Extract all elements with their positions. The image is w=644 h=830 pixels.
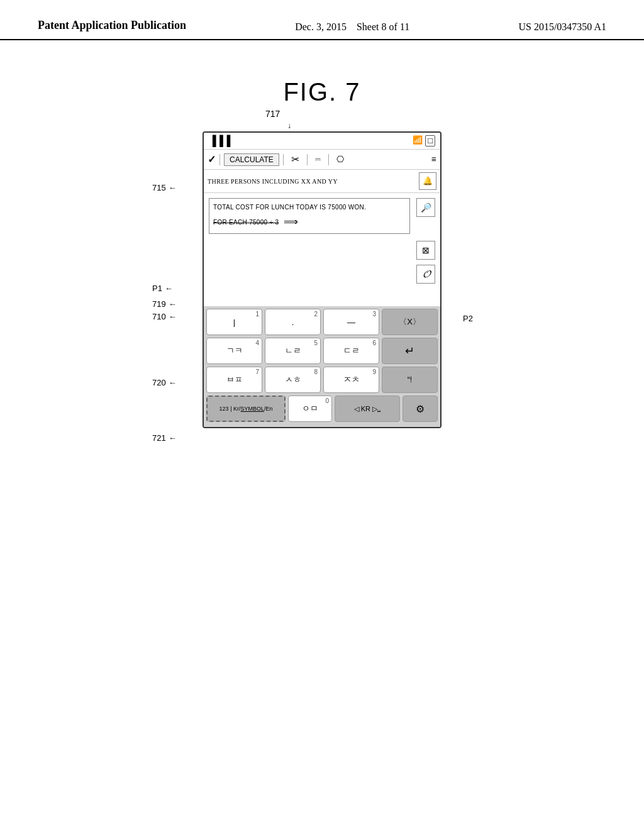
menu-button[interactable]: ≡ — [431, 155, 436, 165]
content-box: TOTAL COST FOR LUNCH TODAY IS 75000 WON.… — [209, 198, 410, 234]
edit-icon[interactable]: 𝓞 — [416, 265, 435, 284]
key-bp[interactable]: 7 ㅂㅍ — [206, 367, 262, 393]
key-zero[interactable]: 0 ㅇㅁ — [288, 396, 332, 422]
battery-icon: □ — [425, 135, 435, 147]
key-number-6: 6 — [372, 340, 376, 346]
publication-label: Patent Application Publication — [38, 19, 186, 32]
key-dot[interactable]: 2 . — [265, 309, 321, 335]
key-number-9: 9 — [372, 368, 376, 375]
paste-icon[interactable]: ⎔ — [333, 153, 348, 166]
phone-mockup: ▐▐▐ 📶 □ ✓ CALCULATE ✂ ⎓ ⎔ ≡ — [203, 131, 441, 428]
message-text: THREE PERSONS INCLUDING XX AND YY — [208, 178, 419, 185]
check-button[interactable]: ✓ — [208, 153, 216, 165]
arrow-icon: ⟹ — [284, 214, 298, 230]
key-backspace[interactable]: 〈X〉 — [382, 309, 438, 335]
keyboard-row-2: 4 ㄱㅋ 5 ㄴㄹ 6 ㄷㄹ ↵ — [206, 338, 438, 364]
signal-icon: ▐▐▐ — [209, 135, 230, 147]
key-kr-switch[interactable]: ◁ KR ▷␣ — [335, 396, 400, 422]
keyboard: 1 | 2 . 3 — 〈X〉 — [204, 306, 440, 427]
date: Dec. 3, 2015 — [295, 21, 347, 32]
label-p1: P1 ← — [152, 282, 173, 294]
diagram-area: 715 ← P1 ← 719 ← 710 ← 720 ← 721 ← 717 ↓ — [0, 131, 644, 428]
label-721: 721 ← — [152, 432, 177, 443]
scissors-icon[interactable]: ✂ — [287, 152, 303, 167]
key-number-5: 5 — [314, 340, 318, 346]
keyboard-row-4: 123 | Kr/SYMBOL /En 0 ㅇㅁ ◁ KR ▷␣ ⚙ — [206, 396, 438, 422]
arrow-717: ↓ — [287, 121, 291, 130]
content-line1: TOTAL COST FOR LUNCH TODAY IS 75000 WON. — [213, 202, 406, 212]
key-enter[interactable]: ↵ — [382, 338, 438, 364]
label-p2: P2 — [463, 314, 473, 323]
figure-label: FIG. 7 — [0, 78, 644, 106]
key-number-0: 0 — [325, 397, 329, 404]
key-nl[interactable]: 5 ㄴㄹ — [265, 338, 321, 364]
sheet-number: Sheet 8 of 11 — [357, 21, 409, 32]
label-715: 715 ← — [152, 182, 177, 193]
key-number-3: 3 — [372, 311, 376, 318]
key-number-4: 4 — [255, 340, 259, 346]
copy-icon[interactable]: ⎓ — [311, 153, 325, 166]
content-line2: FOR EACH 75000 ÷ 3 ⟹ — [213, 214, 406, 230]
label-717: 717 — [265, 109, 280, 119]
image-search-icon[interactable]: 🔎 — [416, 198, 435, 217]
key-dash[interactable]: 3 — — [323, 309, 379, 335]
content-area: TOTAL COST FOR LUNCH TODAY IS 75000 WON.… — [204, 193, 440, 306]
patent-number: US 2015/0347350 A1 — [518, 19, 606, 33]
key-jc[interactable]: 9 ㅈㅊ — [323, 367, 379, 393]
key-punct[interactable]: “! — [382, 367, 438, 393]
status-bar: ▐▐▐ 📶 □ — [204, 133, 440, 150]
wifi-icon: 📶 — [413, 135, 423, 147]
key-dl[interactable]: 6 ㄷㄹ — [323, 338, 379, 364]
key-gk[interactable]: 4 ㄱㅋ — [206, 338, 262, 364]
page-header: Patent Application Publication Dec. 3, 2… — [0, 0, 644, 40]
keyboard-row-3: 7 ㅂㅍ 8 ㅅㅎ 9 ㅈㅊ “! — [206, 367, 438, 393]
calculate-button[interactable]: CALCULATE — [224, 153, 279, 166]
delete-icon[interactable]: ⊠ — [416, 241, 435, 260]
date-sheet: Dec. 3, 2015 Sheet 8 of 11 — [295, 19, 409, 33]
label-710: 710 ← — [152, 311, 177, 322]
key-pipe[interactable]: 1 | — [206, 309, 262, 335]
label-719: 719 ← — [152, 298, 177, 309]
key-number-2: 2 — [314, 311, 318, 318]
notification-icon[interactable]: 🔔 — [419, 172, 436, 190]
key-settings[interactable]: ⚙ — [402, 396, 438, 422]
status-icons: 📶 □ — [413, 135, 435, 147]
key-number-7: 7 — [255, 368, 259, 375]
message-bar: THREE PERSONS INCLUDING XX AND YY 🔔 — [204, 170, 440, 193]
right-icons: 🔎 ⊠ 𝓞 — [416, 198, 435, 284]
key-number-1: 1 — [255, 311, 259, 318]
key-sym[interactable]: 123 | Kr/SYMBOL /En — [206, 396, 286, 422]
toolbar: ✓ CALCULATE ✂ ⎓ ⎔ ≡ — [204, 150, 440, 170]
strikethrough-text: FOR EACH 75000 ÷ 3 — [213, 218, 279, 227]
label-720: 720 ← — [152, 377, 177, 388]
keyboard-row-1: 1 | 2 . 3 — 〈X〉 — [206, 309, 438, 335]
key-sh[interactable]: 8 ㅅㅎ — [265, 367, 321, 393]
key-number-8: 8 — [314, 368, 318, 375]
